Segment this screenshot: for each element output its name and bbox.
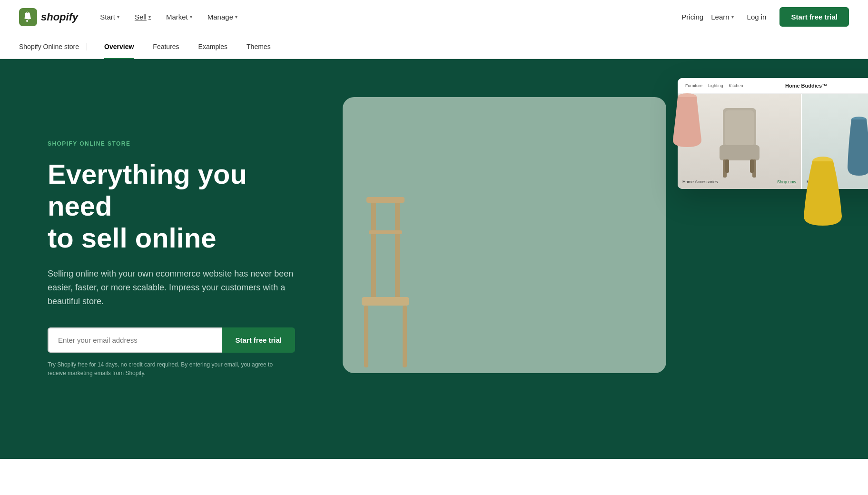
- vase-yellow-bg: [797, 145, 849, 230]
- hero-section: SHOPIFY ONLINE STORE Everything you need…: [0, 59, 868, 459]
- hero-disclaimer: Try Shopify free for 14 days, no credit …: [48, 360, 286, 377]
- svg-rect-2: [371, 197, 376, 302]
- subnav-item-themes[interactable]: Themes: [237, 34, 280, 59]
- chevron-down-icon: ▾: [235, 14, 237, 20]
- svg-rect-8: [403, 306, 407, 367]
- chevron-down-icon: ▾: [117, 14, 119, 20]
- svg-rect-10: [725, 110, 754, 146]
- nav-right: Pricing Learn ▾ Log in Start free trial: [681, 7, 849, 27]
- subnav: Shopify Online store Overview Features E…: [0, 34, 868, 59]
- nav-item-market[interactable]: Market ▾: [159, 9, 199, 25]
- nav-pricing[interactable]: Pricing: [681, 13, 703, 21]
- nav-login[interactable]: Log in: [741, 9, 772, 25]
- upholstered-chair-svg: [711, 103, 768, 179]
- shopify-logo-icon: [19, 8, 37, 26]
- hero-content: SHOPIFY ONLINE STORE Everything you need…: [0, 59, 324, 459]
- hero-form: Start free trial: [48, 327, 295, 353]
- svg-rect-14: [725, 159, 729, 173]
- hero-cta-button[interactable]: Start free trial: [222, 327, 295, 353]
- email-input[interactable]: [48, 327, 222, 353]
- chevron-down-icon: ▾: [148, 14, 151, 20]
- chevron-down-icon: ▾: [190, 14, 192, 20]
- hero-bg-rect: [343, 97, 666, 373]
- svg-rect-5: [369, 230, 402, 234]
- nav-cta-button[interactable]: Start free trial: [779, 7, 849, 27]
- product1-link[interactable]: Shop now: [777, 179, 796, 184]
- nav-item-sell[interactable]: Sell ▾: [128, 9, 158, 25]
- product1-label: Home Accessories: [682, 179, 718, 184]
- main-nav: shopify Start ▾ Sell ▾ Market ▾ Manage ▾…: [0, 0, 868, 34]
- hero-eyebrow: SHOPIFY ONLINE STORE: [48, 140, 295, 147]
- svg-rect-7: [364, 306, 368, 367]
- hero-title: Everything you needto sell online: [48, 158, 295, 254]
- store-brand-name: Home Buddies™: [785, 83, 827, 89]
- hero-visual: Furniture Lighting Kitchen Home Buddies™…: [324, 59, 868, 459]
- svg-rect-6: [362, 297, 409, 306]
- logo-text: shopify: [41, 11, 78, 23]
- logo[interactable]: shopify: [19, 8, 78, 26]
- hero-description: Selling online with your own ecommerce w…: [48, 267, 295, 308]
- subnav-item-features[interactable]: Features: [143, 34, 188, 59]
- svg-rect-15: [750, 159, 754, 173]
- subnav-item-examples[interactable]: Examples: [189, 34, 237, 59]
- svg-rect-4: [366, 197, 404, 203]
- svg-rect-11: [720, 145, 760, 160]
- nav-learn[interactable]: Learn ▾: [711, 13, 733, 21]
- chevron-down-icon: ▾: [731, 14, 734, 20]
- nav-item-start[interactable]: Start ▾: [93, 9, 126, 25]
- store-nav-lighting: Lighting: [708, 83, 723, 88]
- subnav-item-overview[interactable]: Overview: [95, 34, 143, 59]
- subnav-brand: Shopify Online store: [19, 43, 87, 50]
- store-nav-kitchen: Kitchen: [729, 83, 743, 88]
- nav-items: Start ▾ Sell ▾ Market ▾ Manage ▾: [93, 9, 681, 25]
- vase-pink-bg: [668, 83, 706, 149]
- wooden-chair-bg: [343, 159, 433, 373]
- nav-item-manage[interactable]: Manage ▾: [201, 9, 244, 25]
- store-nav-bar: Furniture Lighting Kitchen Home Buddies™…: [678, 78, 868, 94]
- svg-rect-3: [395, 197, 400, 302]
